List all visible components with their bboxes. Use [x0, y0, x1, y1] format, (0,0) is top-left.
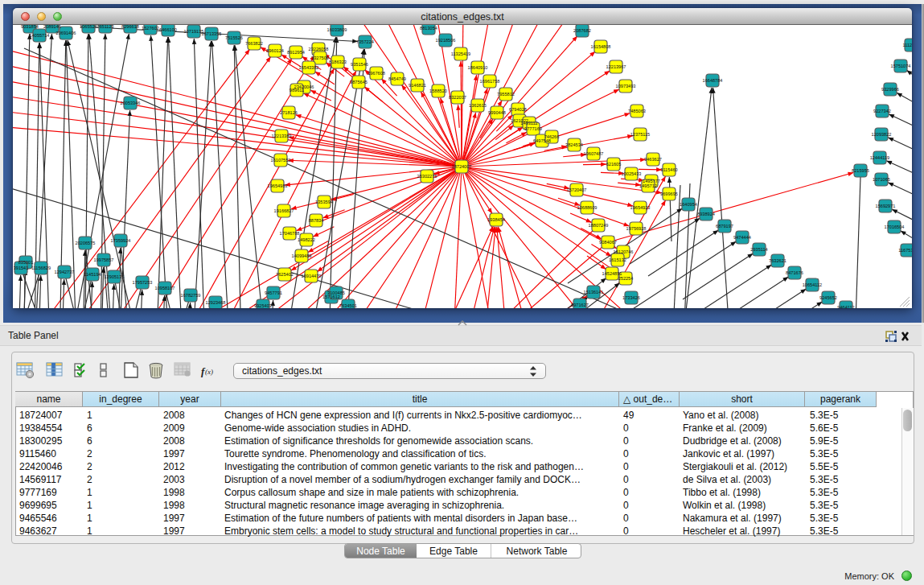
- svg-text:2935114: 2935114: [750, 247, 767, 252]
- svg-text:12942737: 12942737: [55, 270, 75, 274]
- svg-text:989611: 989611: [290, 88, 304, 93]
- svg-text:9925403: 9925403: [254, 303, 272, 308]
- svg-text:9329966: 9329966: [881, 87, 899, 92]
- svg-text:621605: 621605: [606, 162, 622, 167]
- svg-text:17957253: 17957253: [133, 280, 153, 285]
- svg-text:8296618: 8296618: [121, 25, 139, 29]
- svg-text:18640910: 18640910: [468, 65, 488, 70]
- svg-text:1362615: 1362615: [469, 103, 487, 108]
- svg-text:16120746: 16120746: [614, 249, 634, 254]
- svg-text:(x): (x): [205, 368, 213, 376]
- svg-text:15720407: 15720407: [567, 187, 587, 192]
- svg-text:12375115: 12375115: [630, 132, 650, 137]
- svg-text:15136141: 15136141: [584, 290, 604, 295]
- svg-text:18807249: 18807249: [589, 223, 609, 228]
- svg-text:6794028: 6794028: [509, 107, 527, 112]
- svg-text:7485063: 7485063: [628, 109, 646, 113]
- svg-text:19975857: 19975857: [94, 257, 114, 262]
- svg-text:19218506: 19218506: [436, 38, 456, 43]
- svg-text:16648784: 16648784: [703, 78, 723, 83]
- svg-text:10025433: 10025433: [622, 171, 642, 176]
- svg-text:19654923: 19654923: [630, 205, 651, 210]
- svg-text:1112453: 1112453: [903, 43, 912, 47]
- svg-text:835001: 835001: [18, 260, 34, 265]
- svg-text:20691406: 20691406: [56, 31, 76, 35]
- svg-text:391541: 391541: [14, 266, 29, 270]
- svg-text:2967608: 2967608: [368, 71, 385, 76]
- svg-text:16543382: 16543382: [299, 65, 319, 70]
- svg-text:15751074: 15751074: [891, 64, 911, 68]
- svg-text:16033809: 16033809: [327, 27, 347, 32]
- svg-text:6879197: 6879197: [716, 224, 733, 229]
- svg-text:10958107: 10958107: [155, 286, 175, 290]
- svg-text:17046788: 17046788: [280, 231, 300, 236]
- svg-text:3100485: 3100485: [327, 290, 345, 295]
- svg-text:9115460: 9115460: [660, 167, 677, 172]
- svg-text:1527602: 1527602: [142, 26, 159, 31]
- svg-text:2087682: 2087682: [573, 28, 591, 33]
- svg-text:9463627: 9463627: [644, 157, 662, 162]
- svg-text:16154808: 16154808: [591, 44, 611, 49]
- svg-text:2089146: 2089146: [43, 25, 61, 29]
- svg-text:12213967: 12213967: [606, 64, 626, 69]
- svg-text:14055714: 14055714: [30, 33, 50, 38]
- svg-text:7632621: 7632621: [769, 258, 786, 263]
- svg-text:11325419: 11325419: [451, 51, 470, 56]
- svg-text:8186323: 8186323: [329, 60, 347, 64]
- svg-text:1588520: 1588520: [429, 89, 447, 93]
- svg-text:9146821: 9146821: [409, 83, 426, 88]
- svg-text:8322037: 8322037: [449, 95, 466, 100]
- svg-text:9351546: 9351546: [351, 62, 368, 67]
- svg-text:9699695: 9699695: [660, 192, 678, 196]
- svg-text:12213389: 12213389: [272, 134, 292, 138]
- svg-text:1938454: 1938454: [487, 217, 505, 222]
- svg-text:16107552: 16107552: [271, 158, 291, 163]
- svg-text:9031854: 9031854: [21, 25, 39, 29]
- svg-text:2718126: 2718126: [280, 110, 298, 115]
- svg-text:12444119: 12444119: [870, 155, 889, 160]
- svg-text:16961758: 16961758: [480, 79, 500, 84]
- svg-text:3824534: 3824534: [565, 142, 583, 147]
- svg-text:12093822: 12093822: [872, 132, 892, 137]
- svg-text:19756928: 19756928: [626, 226, 647, 231]
- svg-text:1463112: 1463112: [520, 121, 537, 126]
- svg-text:9464112: 9464112: [837, 305, 854, 308]
- svg-text:1071065: 1071065: [873, 177, 890, 182]
- svg-text:16713355: 16713355: [202, 31, 222, 36]
- svg-text:16914479: 16914479: [302, 274, 322, 278]
- svg-text:12905135: 12905135: [105, 274, 125, 279]
- svg-text:6466100: 6466100: [159, 27, 177, 32]
- svg-text:1353594: 1353594: [315, 200, 333, 204]
- svg-text:7955812: 7955812: [497, 92, 515, 97]
- svg-text:25302275: 25302275: [417, 174, 437, 179]
- svg-text:9245652: 9245652: [819, 295, 837, 300]
- svg-text:9990448: 9990448: [488, 110, 506, 115]
- svg-text:11156829: 11156829: [31, 266, 51, 270]
- svg-text:17359924: 17359924: [111, 238, 131, 243]
- svg-text:16782759: 16782759: [181, 293, 201, 298]
- svg-text:8454749: 8454749: [388, 76, 406, 81]
- svg-text:9457791: 9457791: [265, 290, 282, 295]
- svg-text:1498222: 1498222: [298, 237, 315, 242]
- svg-text:9327509: 9327509: [311, 56, 329, 60]
- svg-text:17016504: 17016504: [885, 225, 905, 229]
- svg-text:8215955: 8215955: [852, 168, 869, 173]
- svg-text:1065526: 1065526: [80, 25, 97, 29]
- svg-text:7663822: 7663822: [245, 41, 263, 46]
- svg-text:746266: 746266: [544, 134, 560, 139]
- svg-text:18724007: 18724007: [452, 164, 472, 169]
- svg-text:12923468: 12923468: [206, 300, 226, 305]
- svg-text:8471676: 8471676: [786, 270, 803, 275]
- svg-text:9875645: 9875645: [350, 80, 368, 84]
- svg-text:10654112: 10654112: [803, 282, 822, 287]
- svg-text:1615132: 1615132: [609, 257, 626, 262]
- svg-text:9474444: 9474444: [733, 235, 751, 240]
- svg-text:8938924: 8938924: [697, 212, 715, 216]
- svg-text:10973493: 10973493: [616, 84, 636, 89]
- svg-text:9084067: 9084067: [599, 240, 617, 245]
- svg-text:19166827: 19166827: [274, 208, 294, 213]
- svg-text:10607487: 10607487: [584, 151, 604, 156]
- svg-text:1145194: 1145194: [84, 272, 101, 277]
- svg-text:252254: 252254: [618, 276, 634, 281]
- svg-text:14099489: 14099489: [292, 253, 312, 258]
